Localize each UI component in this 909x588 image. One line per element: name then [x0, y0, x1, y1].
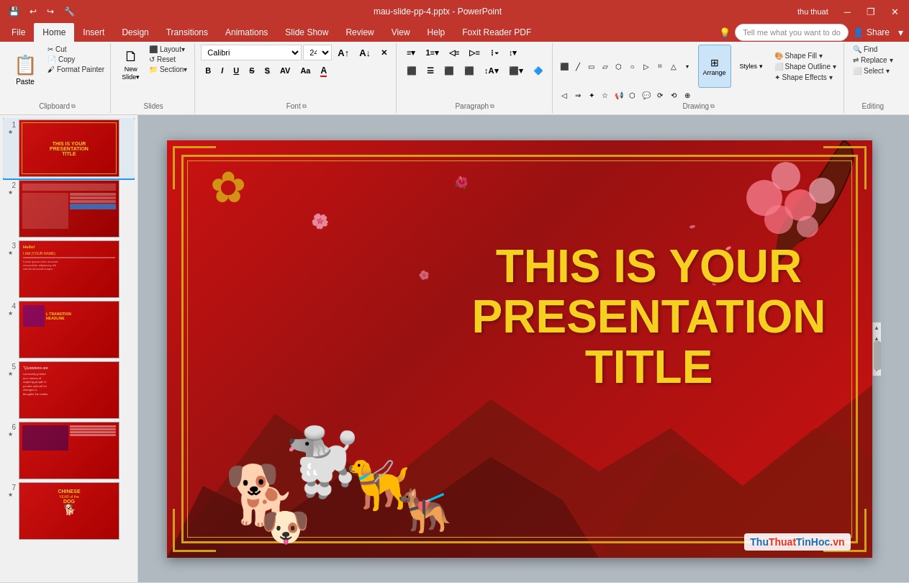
- note-bar[interactable]: Click to add notes: [0, 582, 909, 588]
- clear-formatting-button[interactable]: ✕: [376, 45, 392, 60]
- align-right-button[interactable]: ⬛: [440, 63, 458, 78]
- tab-review[interactable]: Review: [337, 23, 382, 42]
- align-center-button[interactable]: ☰: [422, 63, 438, 78]
- user-name[interactable]: thu thuat: [797, 7, 828, 16]
- shape-icon-7[interactable]: ▷: [641, 60, 652, 72]
- tab-insert[interactable]: Insert: [74, 23, 113, 42]
- bold-button[interactable]: B: [201, 63, 215, 78]
- tab-view[interactable]: View: [383, 23, 419, 42]
- shape-scroll-button[interactable]: ▾: [682, 60, 693, 72]
- arrange-button[interactable]: ⊞ Arrange: [698, 45, 731, 88]
- tab-animations[interactable]: Animations: [217, 23, 276, 42]
- replace-button[interactable]: ⇌ Replace ▾: [850, 55, 896, 65]
- slide-img-3[interactable]: Hello! I AM (YOUR NAME) Lorem ipsum dolo…: [19, 240, 119, 298]
- slide-thumb-4[interactable]: 4 ★ L TRANSITION HEADLINE: [3, 299, 135, 360]
- shape-icon-17[interactable]: 💬: [641, 89, 652, 101]
- select-button[interactable]: ⬜ Select ▾: [850, 66, 892, 76]
- shape-icon-13[interactable]: ✦: [586, 89, 597, 101]
- shape-fill-button[interactable]: 🎨 Shape Fill ▾: [772, 51, 839, 60]
- italic-button[interactable]: I: [217, 63, 227, 78]
- vertical-scrollbar[interactable]: ▲ ▲ ○ ▼ ▼: [872, 322, 881, 376]
- tab-design[interactable]: Design: [113, 23, 157, 42]
- shape-icon-6[interactable]: ○: [627, 60, 638, 72]
- scroll-thumb[interactable]: [874, 341, 881, 370]
- font-color-button[interactable]: A: [316, 63, 331, 78]
- new-slide-button[interactable]: 🗋 New Slide▾: [117, 45, 145, 84]
- copy-button[interactable]: 📄 Copy: [45, 55, 107, 64]
- numbering-button[interactable]: 1≡▾: [422, 45, 444, 60]
- text-direction-button[interactable]: ↕A▾: [480, 63, 502, 78]
- shape-outline-button[interactable]: ⬜ Shape Outline ▾: [772, 62, 839, 71]
- font-group-label[interactable]: Font ⧉: [201, 101, 392, 112]
- shape-effects-button[interactable]: ✦ Shape Effects ▾: [772, 73, 839, 82]
- quick-styles-button[interactable]: Styles ▾: [735, 59, 768, 73]
- tab-slideshow[interactable]: Slide Show: [276, 23, 337, 42]
- paste-button[interactable]: 📋 Paste: [7, 45, 43, 95]
- underline-button[interactable]: U: [229, 63, 243, 78]
- shape-icon-8[interactable]: ⌗: [654, 60, 666, 72]
- font-size-select[interactable]: 24: [303, 45, 332, 60]
- collapse-ribbon-button[interactable]: ▾: [898, 27, 903, 38]
- slide-img-2[interactable]: [19, 180, 119, 238]
- shape-icon-14[interactable]: ☆: [600, 89, 611, 101]
- cut-button[interactable]: ✂ Cut: [45, 45, 107, 54]
- redo-button[interactable]: ↪: [44, 5, 57, 18]
- shape-icon-16[interactable]: ⬡: [627, 89, 638, 101]
- clipboard-group-label[interactable]: Clipboard ⧉: [7, 101, 107, 112]
- slide-thumb-6[interactable]: 6 ★: [3, 420, 135, 481]
- shape-icon-20[interactable]: ⊕: [682, 89, 693, 101]
- shape-icon-5[interactable]: ⬡: [613, 60, 625, 72]
- restore-button[interactable]: ❐: [862, 6, 879, 17]
- line-spacing-button[interactable]: ↕▾: [505, 45, 522, 60]
- canvas-area[interactable]: ✿ 🐕 🐩 🦮 🐕‍🦺 🐶 THIS IS YOUR PRESENTATION …: [138, 115, 909, 582]
- scroll-up-button[interactable]: ▲: [873, 322, 881, 334]
- shape-icon-19[interactable]: ⟲: [668, 89, 679, 101]
- align-left-button[interactable]: ⬛: [402, 63, 421, 78]
- text-shadow-button[interactable]: S: [261, 63, 274, 78]
- shape-icon-18[interactable]: ⟳: [654, 89, 666, 101]
- slide-thumb-2[interactable]: 2 ★: [3, 178, 135, 239]
- layout-button[interactable]: ⬛ Layout▾: [146, 45, 190, 54]
- slide-thumb-7[interactable]: 7 ★ CHINESE YEAR of the DOG 🐕: [3, 481, 135, 541]
- customize-qat-button[interactable]: 🔧: [61, 5, 78, 18]
- shape-icon-12[interactable]: ⇒: [572, 89, 584, 101]
- drawing-group-label[interactable]: Drawing ⧉: [558, 101, 839, 112]
- increase-font-size-button[interactable]: A↑: [333, 45, 353, 60]
- tab-home[interactable]: Home: [34, 23, 74, 42]
- slide-thumb-5[interactable]: 5 ★ "Quotations are commonly printed as …: [3, 360, 135, 420]
- slide-img-7[interactable]: CHINESE YEAR of the DOG 🐕: [19, 482, 119, 540]
- decrease-font-size-button[interactable]: A↓: [355, 45, 375, 60]
- strikethrough-button[interactable]: S: [245, 63, 258, 78]
- smartart-button[interactable]: 🔷: [529, 63, 548, 78]
- char-case-button[interactable]: Aa: [296, 63, 315, 78]
- slide-img-5[interactable]: "Quotations are commonly printed as a me…: [19, 361, 119, 419]
- justify-button[interactable]: ⬛: [460, 63, 479, 78]
- slide-thumb-1[interactable]: 1 ★ THIS IS YOUR PRESENTATION TITLE: [3, 118, 135, 178]
- shape-icon-9[interactable]: △: [668, 60, 679, 72]
- tab-help[interactable]: Help: [419, 23, 454, 42]
- indent-inc-button[interactable]: ▷≡: [465, 45, 484, 60]
- find-button[interactable]: 🔍 Find: [850, 45, 880, 54]
- shape-icon-3[interactable]: ▭: [586, 60, 597, 72]
- minimize-button[interactable]: ─: [840, 6, 855, 17]
- shape-icon-11[interactable]: ◁: [558, 89, 570, 101]
- slide-img-6[interactable]: [19, 422, 119, 479]
- cols-button[interactable]: ⫶▾: [486, 45, 503, 60]
- align-text-button[interactable]: ⬛▾: [505, 63, 528, 78]
- slide-title[interactable]: THIS IS YOUR PRESENTATION TITLE: [469, 241, 829, 393]
- tab-foxit[interactable]: Foxit Reader PDF: [453, 23, 540, 42]
- tab-transitions[interactable]: Transitions: [158, 23, 217, 42]
- tab-file[interactable]: File: [3, 23, 34, 42]
- shape-icon-1[interactable]: ⬛: [558, 60, 570, 72]
- bullets-button[interactable]: ≡▾: [402, 45, 420, 60]
- slide-thumb-3[interactable]: 3 ★ Hello! I AM (YOUR NAME) Lorem ipsum …: [3, 239, 135, 299]
- paragraph-group-label[interactable]: Paragraph ⧉: [402, 101, 547, 112]
- indent-dec-button[interactable]: ◁≡: [445, 45, 463, 60]
- shape-icon-15[interactable]: 📢: [613, 89, 625, 101]
- share-button[interactable]: 👤 Share: [853, 27, 890, 37]
- reset-button[interactable]: ↺ Reset: [146, 55, 190, 64]
- format-painter-button[interactable]: 🖌 Format Painter: [45, 65, 107, 74]
- font-name-select[interactable]: Calibri: [201, 45, 302, 60]
- editing-group-label[interactable]: Editing: [850, 101, 896, 112]
- close-button[interactable]: ✕: [887, 6, 903, 17]
